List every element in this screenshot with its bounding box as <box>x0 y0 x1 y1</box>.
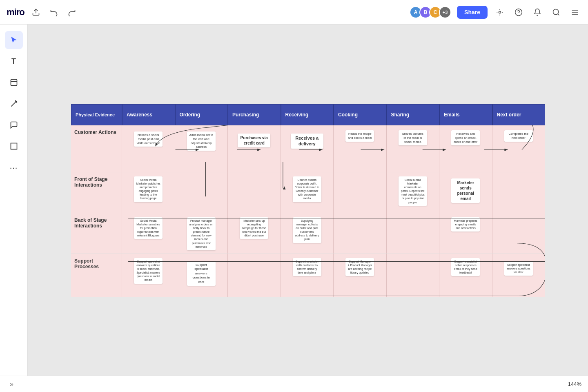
card-adds-menu[interactable]: Adds menu set to the cart and adjusts de… <box>187 131 216 151</box>
support-processes-row: Support Processes Support specialist ans… <box>71 254 545 297</box>
customer-ordering-col: Adds menu set to the cart and adjusts de… <box>175 125 228 172</box>
header-awareness: Awareness <box>122 104 175 125</box>
zoom-level: 144% <box>568 381 581 387</box>
notification-button[interactable] <box>531 6 544 19</box>
support-emails-col: Support specialist action responses emai… <box>439 254 492 297</box>
front-purchasing-col <box>228 172 281 213</box>
card-support-manager[interactable]: Support Manager + Product Manager are ke… <box>345 258 374 276</box>
card-courier[interactable]: Courier assists corporate outfit. Driver… <box>293 176 321 202</box>
card-social-marketer-searches[interactable]: Social Media Marketer searches for promo… <box>134 217 163 239</box>
redo-button[interactable] <box>65 6 78 19</box>
customer-nextorder-col: Completes the next order <box>492 125 545 172</box>
card-support-social[interactable]: Support specialist answers questions in … <box>134 258 163 284</box>
cursor-tool[interactable] <box>5 31 23 49</box>
front-nextorder-col <box>492 172 545 213</box>
support-ordering-col: Support specialist answers questions in … <box>175 254 228 297</box>
sticky-tool[interactable] <box>5 74 23 91</box>
svg-point-8 <box>553 9 559 14</box>
svg-point-5 <box>499 11 501 13</box>
canvas[interactable]: Physical Evidence Awareness Ordering Pur… <box>28 24 588 376</box>
header-ordering: Ordering <box>175 104 228 125</box>
customer-awareness-col: Notices a social media post and visits o… <box>122 125 175 172</box>
support-awareness-col: Support specialist answers questions in … <box>122 254 175 297</box>
card-receives-email[interactable]: Receives and opens an email, clicks on t… <box>451 130 480 145</box>
menu-button[interactable] <box>568 6 581 19</box>
customer-receiving-col: Receives a delivery <box>281 125 334 172</box>
back-ordering-col: Product manager analyses orders on Belly… <box>175 213 228 254</box>
blueprint-body: Customer Actions Notices a social media … <box>71 125 545 296</box>
svg-rect-16 <box>11 143 17 149</box>
header-emails: Emails <box>439 104 492 125</box>
back-awareness-col: Social Media Marketer searches for promo… <box>122 213 175 254</box>
text-tool[interactable]: T <box>5 52 23 70</box>
back-stage-label: Back of Stage Interactions <box>71 213 122 254</box>
settings-button[interactable] <box>493 6 506 19</box>
support-cooking-col: Support Manager + Product Manager are ke… <box>334 254 387 297</box>
front-stage-label: Front of Stage Interactions <box>71 172 122 213</box>
back-receiving-col: Supplying manager collects an order and … <box>281 213 334 254</box>
card-social-marketer-comments[interactable]: Social Media Marketer comments on posts.… <box>399 176 427 206</box>
share-button[interactable]: Share <box>457 6 488 19</box>
upload-button[interactable] <box>29 6 42 19</box>
comment-tool[interactable] <box>5 116 23 134</box>
support-nextorder-col: Support specialist answers questions via… <box>492 254 545 297</box>
blueprint-diagram: Physical Evidence Awareness Ordering Pur… <box>71 104 545 296</box>
svg-line-9 <box>558 13 559 15</box>
card-social-marketer-publishes[interactable]: Social Media Marketer publishes and prom… <box>134 176 163 202</box>
nav-expand-button[interactable]: » <box>7 379 17 390</box>
front-sharing-col: Social Media Marketer comments on posts.… <box>387 172 440 213</box>
card-support-chat2[interactable]: Support specialist answers questions via… <box>504 261 533 276</box>
card-marketer-prepares[interactable]: Marketer prepares engaging emails and ne… <box>451 217 480 232</box>
support-purchasing-col <box>228 254 281 297</box>
card-shares-pictures[interactable]: Shares pictures of the meal in social me… <box>399 130 427 145</box>
back-nextorder-col <box>492 213 545 254</box>
customer-emails-col: Receives and opens an email, clicks on t… <box>439 125 492 172</box>
miro-logo: miro <box>7 7 24 18</box>
customer-actions-label: Customer Actions <box>71 125 122 172</box>
card-supplying-manager[interactable]: Supplying manager collects an order and … <box>293 217 321 243</box>
front-awareness-col: Social Media Marketer publishes and prom… <box>122 172 175 213</box>
avatar-count: +3 <box>439 6 451 18</box>
customer-sharing-col: Shares pictures of the meal in social me… <box>387 125 440 172</box>
back-purchasing-col: Marketer sets up retargeting campaign fo… <box>228 213 281 254</box>
header-cooking: Cooking <box>334 104 387 125</box>
avatar-group: A B C +3 <box>410 6 451 18</box>
search-button[interactable] <box>550 6 563 19</box>
pen-tool[interactable] <box>5 95 23 113</box>
header-sharing: Sharing <box>387 104 440 125</box>
card-notices-website[interactable]: Notices a social media post and visits o… <box>134 131 163 147</box>
side-toolbar: T ··· <box>0 24 28 392</box>
back-emails-col: Marketer prepares engaging emails and ne… <box>439 213 492 254</box>
front-stage-row: Front of Stage Interactions Social Media… <box>71 172 545 213</box>
more-tools[interactable]: ··· <box>5 158 23 176</box>
frame-tool[interactable] <box>5 137 23 155</box>
support-receiving-col: Support specialist calls customer to con… <box>281 254 334 297</box>
card-support-chat[interactable]: Support specialist answers questions in … <box>187 261 216 286</box>
card-marketer-retargeting[interactable]: Marketer sets up retargeting campaign fo… <box>240 217 268 239</box>
front-ordering-col <box>175 172 228 213</box>
undo-button[interactable] <box>47 6 60 19</box>
customer-purchasing-col: Purchases via credit card <box>228 125 281 172</box>
support-label: Support Processes <box>71 254 122 297</box>
bottom-bar: » 144% <box>0 376 588 392</box>
help-button[interactable] <box>512 6 525 19</box>
front-emails-col: Marketer sends personal email <box>439 172 492 213</box>
card-marketer-sends[interactable]: Marketer sends personal email <box>451 178 480 203</box>
card-completes-order[interactable]: Completes the next order <box>504 130 533 142</box>
back-cooking-col <box>334 213 387 254</box>
back-stage-row: Back of Stage Interactions Social Media … <box>71 213 545 254</box>
header-receiving: Receiving <box>281 104 334 125</box>
card-support-calls[interactable]: Support specialist calls customer to con… <box>293 258 321 276</box>
back-sharing-col <box>387 213 440 254</box>
card-receives[interactable]: Receives a delivery <box>291 134 323 149</box>
card-product-manager[interactable]: Product manager analyses orders on Belly… <box>187 217 216 250</box>
card-reads-recipe[interactable]: Reads the recipe and cooks a meal <box>345 130 374 142</box>
svg-rect-13 <box>11 80 17 86</box>
support-sharing-col <box>387 254 440 297</box>
header-physical-evidence: Physical Evidence <box>71 104 122 125</box>
header-row: Physical Evidence Awareness Ordering Pur… <box>71 104 545 125</box>
card-purchases[interactable]: Purchases via credit card <box>238 134 270 147</box>
card-support-responses[interactable]: Support specialist action responses emai… <box>451 258 480 276</box>
customer-actions-row: Customer Actions Notices a social media … <box>71 125 545 172</box>
header-purchasing: Purchasing <box>228 104 281 125</box>
